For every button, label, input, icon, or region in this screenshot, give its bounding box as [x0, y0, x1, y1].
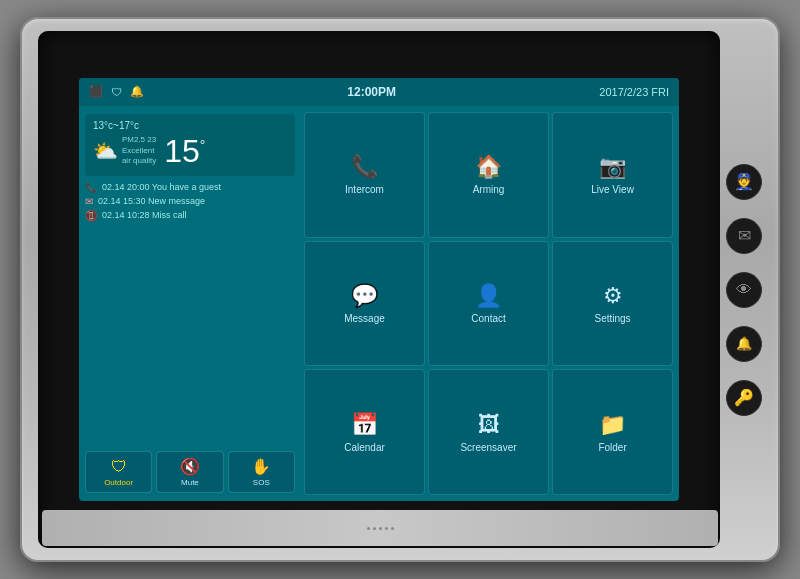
liveview-label: Live View: [591, 184, 634, 195]
side-mail-button[interactable]: ✉: [726, 218, 762, 254]
message-label: Message: [344, 313, 385, 324]
bottom-strip: [42, 510, 718, 546]
weather-widget: 13°c~17°c ⛅ PM2.5 23 Excellent air quali…: [85, 114, 295, 176]
device-shell: ⬛ 🛡 🔔 12:00PM 2017/2/23 FRI 13°c~17°c ⛅: [20, 17, 780, 562]
air-quality-info: PM2.5 23 Excellent air quality: [122, 135, 156, 166]
notif-call-icon: 📞: [85, 182, 97, 193]
screensaver-button[interactable]: 🖼 Screensaver: [428, 369, 549, 495]
calendar-button[interactable]: 📅 Calendar: [304, 369, 425, 495]
message-icon: 💬: [351, 283, 378, 309]
sos-label: SOS: [253, 478, 270, 487]
intercom-label: Intercom: [345, 184, 384, 195]
arming-icon: 🏠: [475, 154, 502, 180]
app-grid: 📞 Intercom 🏠 Arming 📷 Live View 💬 Messag…: [301, 106, 679, 502]
side-guard-button[interactable]: 👮: [726, 164, 762, 200]
speaker-grille: [367, 527, 394, 530]
notif-message: ✉ 02.14 15:30 New message: [85, 196, 295, 207]
notif-message-text: 02.14 15:30 New message: [98, 196, 205, 206]
settings-label: Settings: [594, 313, 630, 324]
screensaver-label: Screensaver: [460, 442, 516, 453]
status-left-icons: ⬛ 🛡 🔔: [89, 85, 144, 98]
contact-label: Contact: [471, 313, 505, 324]
clock-display: 12:00PM: [347, 85, 396, 99]
intercom-button[interactable]: 📞 Intercom: [304, 112, 425, 238]
folder-button[interactable]: 📁 Folder: [552, 369, 673, 495]
mail-side-icon: ✉: [738, 226, 751, 245]
outdoor-button[interactable]: 🛡 Outdoor: [85, 451, 152, 493]
main-content: 13°c~17°c ⛅ PM2.5 23 Excellent air quali…: [79, 106, 679, 502]
status-bar: ⬛ 🛡 🔔 12:00PM 2017/2/23 FRI: [79, 78, 679, 106]
intercom-icon: 📞: [351, 154, 378, 180]
bell-icon: 🔔: [130, 85, 144, 98]
screen-bezel: ⬛ 🛡 🔔 12:00PM 2017/2/23 FRI 13°c~17°c ⛅: [38, 31, 720, 548]
speaker-dot: [385, 527, 388, 530]
contact-button[interactable]: 👤 Contact: [428, 241, 549, 367]
speaker-dot: [367, 527, 370, 530]
quick-buttons: 🛡 Outdoor 🔇 Mute ✋ SOS: [85, 451, 295, 493]
sos-button[interactable]: ✋ SOS: [228, 451, 295, 493]
speaker-dot: [379, 527, 382, 530]
notif-missed-text: 02.14 10:28 Miss call: [102, 210, 187, 220]
notif-missed-icon: 📵: [85, 210, 97, 221]
pm25-label: PM2.5 23: [122, 135, 156, 144]
speaker-dot: [373, 527, 376, 530]
outdoor-icon: 🛡: [111, 458, 127, 476]
air-quality-sub: air quality: [122, 156, 156, 165]
speaker-dot: [391, 527, 394, 530]
notifications-list: 📞 02.14 20:00 You have a guest ✉ 02.14 1…: [85, 182, 295, 221]
liveview-icon: 📷: [599, 154, 626, 180]
mute-button[interactable]: 🔇 Mute: [156, 451, 223, 493]
message-button[interactable]: 💬 Message: [304, 241, 425, 367]
calendar-label: Calendar: [344, 442, 385, 453]
notif-missed: 📵 02.14 10:28 Miss call: [85, 210, 295, 221]
mute-icon: 🔇: [180, 457, 200, 476]
copy-icon: ⬛: [89, 85, 103, 98]
side-eye-button[interactable]: 👁: [726, 272, 762, 308]
left-panel: 13°c~17°c ⛅ PM2.5 23 Excellent air quali…: [79, 106, 301, 502]
calendar-icon: 📅: [351, 412, 378, 438]
temp-range: 13°c~17°c: [93, 120, 287, 131]
sos-icon: ✋: [251, 457, 271, 476]
weather-icon: ⛅: [93, 139, 118, 163]
guard-icon: 👮: [734, 172, 754, 191]
main-screen: ⬛ 🛡 🔔 12:00PM 2017/2/23 FRI 13°c~17°c ⛅: [79, 78, 679, 502]
key-icon: 🔑: [734, 388, 754, 407]
eye-icon: 👁: [736, 281, 752, 299]
outdoor-label: Outdoor: [104, 478, 133, 487]
settings-button[interactable]: ⚙ Settings: [552, 241, 673, 367]
side-bell-button[interactable]: 🔔: [726, 326, 762, 362]
arming-label: Arming: [473, 184, 505, 195]
notif-guest: 📞 02.14 20:00 You have a guest: [85, 182, 295, 193]
shield-icon: 🛡: [111, 86, 122, 98]
weather-row: ⛅ PM2.5 23 Excellent air quality 15°: [93, 133, 287, 170]
notif-guest-text: 02.14 20:00 You have a guest: [102, 182, 221, 192]
big-temperature: 15°: [164, 133, 205, 170]
screensaver-icon: 🖼: [478, 412, 500, 438]
mute-label: Mute: [181, 478, 199, 487]
folder-icon: 📁: [599, 412, 626, 438]
side-buttons-panel: 👮 ✉ 👁 🔔 🔑: [720, 31, 768, 548]
date-display: 2017/2/23 FRI: [599, 86, 669, 98]
liveview-button[interactable]: 📷 Live View: [552, 112, 673, 238]
side-key-button[interactable]: 🔑: [726, 380, 762, 416]
notif-mail-icon: ✉: [85, 196, 93, 207]
bell-side-icon: 🔔: [736, 336, 752, 351]
settings-icon: ⚙: [603, 283, 623, 309]
contact-icon: 👤: [475, 283, 502, 309]
arming-button[interactable]: 🏠 Arming: [428, 112, 549, 238]
folder-label: Folder: [598, 442, 626, 453]
air-quality-label: Excellent: [122, 146, 154, 155]
